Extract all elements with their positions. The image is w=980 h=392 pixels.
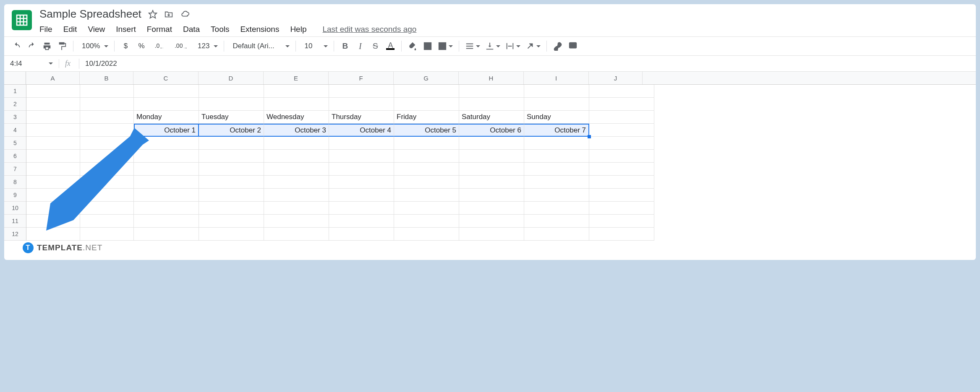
cell[interactable] bbox=[199, 85, 264, 98]
document-title[interactable]: Sample Spreadsheet bbox=[39, 8, 141, 21]
text-wrap-dropdown[interactable] bbox=[504, 39, 522, 53]
cell[interactable] bbox=[329, 202, 394, 215]
cell[interactable] bbox=[26, 85, 80, 98]
undo-icon[interactable] bbox=[10, 39, 24, 53]
fill-color-icon[interactable] bbox=[406, 39, 419, 53]
cell[interactable] bbox=[329, 176, 394, 189]
col-header-e[interactable]: E bbox=[264, 72, 329, 84]
cell[interactable] bbox=[264, 85, 329, 98]
cell[interactable] bbox=[329, 137, 394, 150]
cell[interactable] bbox=[134, 163, 199, 176]
cell[interactable] bbox=[589, 111, 654, 124]
cell[interactable] bbox=[134, 189, 199, 202]
cell[interactable] bbox=[80, 215, 134, 228]
paint-format-icon[interactable] bbox=[55, 39, 69, 53]
cell[interactable] bbox=[199, 163, 264, 176]
cell[interactable] bbox=[589, 150, 654, 163]
cell[interactable] bbox=[264, 202, 329, 215]
star-icon[interactable] bbox=[148, 10, 157, 19]
col-header-h[interactable]: H bbox=[459, 72, 524, 84]
cell[interactable] bbox=[394, 215, 459, 228]
cell[interactable]: October 6 bbox=[459, 124, 524, 137]
cell[interactable] bbox=[394, 189, 459, 202]
cell[interactable] bbox=[26, 137, 80, 150]
cell[interactable] bbox=[459, 215, 524, 228]
cell[interactable] bbox=[26, 163, 80, 176]
cell[interactable] bbox=[589, 202, 654, 215]
menu-extensions[interactable]: Extensions bbox=[240, 25, 279, 34]
cell[interactable] bbox=[589, 163, 654, 176]
move-icon[interactable] bbox=[164, 10, 173, 19]
cell[interactable] bbox=[264, 189, 329, 202]
percent-button[interactable]: % bbox=[134, 39, 149, 53]
cell[interactable] bbox=[589, 124, 654, 137]
cell[interactable] bbox=[26, 150, 80, 163]
decrease-decimal-button[interactable]: .0← bbox=[151, 39, 169, 53]
cell[interactable] bbox=[264, 98, 329, 111]
cell[interactable] bbox=[134, 176, 199, 189]
cell[interactable] bbox=[199, 176, 264, 189]
formula-input[interactable]: 10/1/2022 bbox=[82, 60, 117, 68]
cell[interactable] bbox=[329, 189, 394, 202]
font-dropdown[interactable]: Default (Ari... bbox=[228, 39, 291, 53]
cell[interactable] bbox=[394, 137, 459, 150]
cell[interactable] bbox=[459, 137, 524, 150]
cell[interactable] bbox=[199, 137, 264, 150]
cell[interactable] bbox=[264, 137, 329, 150]
cloud-icon[interactable] bbox=[180, 10, 190, 19]
cell[interactable] bbox=[394, 163, 459, 176]
col-header-f[interactable]: F bbox=[329, 72, 394, 84]
menu-data[interactable]: Data bbox=[183, 25, 200, 34]
menu-view[interactable]: View bbox=[88, 25, 105, 34]
cell[interactable] bbox=[80, 111, 134, 124]
redo-icon[interactable] bbox=[25, 39, 39, 53]
select-all-corner[interactable] bbox=[4, 72, 26, 84]
italic-button[interactable]: I bbox=[353, 39, 367, 53]
col-header-c[interactable]: C bbox=[133, 72, 199, 84]
cell[interactable] bbox=[459, 189, 524, 202]
row-header-4[interactable]: 4 bbox=[4, 124, 26, 137]
cell[interactable] bbox=[80, 202, 134, 215]
cell[interactable] bbox=[459, 202, 524, 215]
cell[interactable] bbox=[80, 137, 134, 150]
cell[interactable] bbox=[589, 189, 654, 202]
col-header-j[interactable]: J bbox=[589, 72, 643, 84]
cell[interactable]: Tuesday bbox=[199, 111, 264, 124]
cell[interactable] bbox=[524, 137, 589, 150]
cell[interactable] bbox=[134, 215, 199, 228]
cell[interactable] bbox=[329, 150, 394, 163]
cell[interactable] bbox=[134, 98, 199, 111]
vertical-align-dropdown[interactable] bbox=[483, 39, 502, 53]
cell[interactable] bbox=[524, 163, 589, 176]
cell[interactable] bbox=[394, 228, 459, 241]
cell[interactable] bbox=[80, 176, 134, 189]
row-header-8[interactable]: 8 bbox=[4, 176, 26, 189]
cell[interactable] bbox=[524, 215, 589, 228]
cell[interactable] bbox=[394, 150, 459, 163]
menu-tools[interactable]: Tools bbox=[211, 25, 229, 34]
cell[interactable] bbox=[524, 150, 589, 163]
cell[interactable] bbox=[80, 228, 134, 241]
cell[interactable] bbox=[26, 228, 80, 241]
menu-edit[interactable]: Edit bbox=[63, 25, 77, 34]
cell[interactable] bbox=[199, 202, 264, 215]
merge-cells-dropdown[interactable] bbox=[436, 39, 455, 53]
cell[interactable] bbox=[524, 176, 589, 189]
print-icon[interactable] bbox=[40, 39, 54, 53]
cell[interactable] bbox=[329, 163, 394, 176]
cell[interactable] bbox=[80, 98, 134, 111]
cell[interactable] bbox=[524, 202, 589, 215]
cell[interactable] bbox=[26, 176, 80, 189]
cell[interactable] bbox=[459, 150, 524, 163]
sheets-logo-icon[interactable] bbox=[12, 10, 32, 30]
cell[interactable] bbox=[264, 150, 329, 163]
cell[interactable] bbox=[524, 189, 589, 202]
cell[interactable] bbox=[524, 85, 589, 98]
cell[interactable] bbox=[394, 176, 459, 189]
row-header-10[interactable]: 10 bbox=[4, 202, 26, 215]
cell[interactable] bbox=[199, 215, 264, 228]
cell[interactable] bbox=[80, 150, 134, 163]
col-header-g[interactable]: G bbox=[394, 72, 459, 84]
cell[interactable] bbox=[589, 85, 654, 98]
cell[interactable] bbox=[26, 124, 80, 137]
